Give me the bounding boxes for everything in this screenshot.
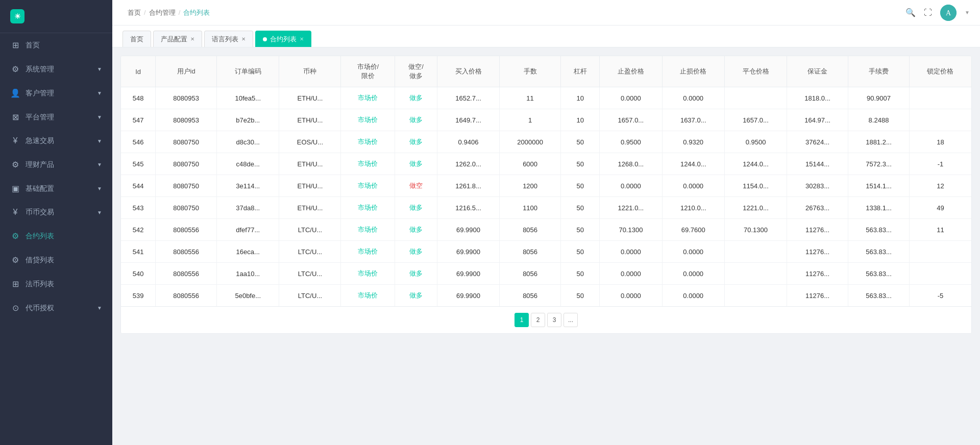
- table-cell: 市场价: [341, 87, 395, 109]
- chevron-icon-coin-trade: ▼: [97, 210, 102, 215]
- table-cell: 15144...: [787, 153, 848, 175]
- table-cell: 8056: [500, 285, 561, 307]
- sidebar-item-fiat-list[interactable]: ⊞ 法币列表: [0, 272, 112, 296]
- table-cell: 1aa10...: [217, 263, 279, 285]
- tab-product-config[interactable]: 产品配置✕: [153, 31, 202, 47]
- table-cell: EOS/U...: [279, 131, 341, 153]
- table-cell: [909, 263, 971, 285]
- table-cell: 547: [121, 109, 156, 131]
- sidebar-item-token-auth[interactable]: ⊙ 代币授权 ▼: [0, 296, 112, 320]
- table-cell: 1221.0...: [724, 197, 787, 219]
- table-cell: 164.97...: [787, 109, 848, 131]
- table-row[interactable]: 5428080556dfef77...LTC/U...市场价做多69.99008…: [121, 219, 971, 241]
- table-row[interactable]: 541808055616eca...LTC/U...市场价做多69.990080…: [121, 241, 971, 263]
- pagination: 1 2 3 ...: [121, 306, 971, 333]
- sidebar-item-fast-trade[interactable]: ¥ 急速交易 ▼: [0, 129, 112, 153]
- table-cell: 0.9320: [662, 131, 724, 153]
- table-cell: 1881.2...: [848, 131, 910, 153]
- sidebar-logo[interactable]: ☀: [0, 0, 112, 33]
- table-cell: [724, 241, 787, 263]
- table-row[interactable]: 543808075037da8...ETH/U...市场价做多1216.5...…: [121, 197, 971, 219]
- table-cell: 1262.0...: [437, 153, 499, 175]
- table-cell: 0.9500: [600, 131, 662, 153]
- table-cell: 10: [561, 87, 600, 109]
- chevron-icon-customer: ▼: [97, 90, 102, 96]
- table-cell: 3e114...: [217, 175, 279, 197]
- table-cell: 50: [561, 153, 600, 175]
- table-cell: 69.9900: [437, 241, 499, 263]
- breadcrumb-home[interactable]: 首页: [128, 8, 141, 17]
- table-cell: 1514.1...: [848, 175, 910, 197]
- table-cell: 69.9900: [437, 263, 499, 285]
- sidebar-item-home[interactable]: ⊞ 首页: [0, 33, 112, 57]
- table-cell: 1657.0...: [724, 109, 787, 131]
- sidebar-item-platform[interactable]: ⊠ 平台管理 ▼: [0, 105, 112, 129]
- table-cell: 50: [561, 197, 600, 219]
- sidebar-item-customer[interactable]: 👤 客户管理 ▼: [0, 81, 112, 105]
- tab-label-language-list: 语言列表: [212, 35, 238, 44]
- table-row[interactable]: 54080805561aa10...LTC/U...市场价做多69.990080…: [121, 263, 971, 285]
- sidebar-item-financial[interactable]: ⚙ 理财产品 ▼: [0, 153, 112, 177]
- page-btn-ellipsis[interactable]: ...: [564, 313, 578, 327]
- avatar[interactable]: [940, 5, 957, 21]
- page-btn-1[interactable]: 1: [514, 313, 529, 327]
- table-cell: [724, 87, 787, 109]
- table-row[interactable]: 548808095310fea5...ETH/U...市场价做多1652.7..…: [121, 87, 971, 109]
- tab-bar: 首页产品配置✕语言列表✕合约列表✕: [112, 26, 980, 47]
- table-cell: 548: [121, 87, 156, 109]
- col-header: 做空/做多: [395, 56, 437, 87]
- search-icon[interactable]: 🔍: [905, 8, 916, 17]
- table-cell: LTC/U...: [279, 285, 341, 307]
- table-cell: -1: [909, 153, 971, 175]
- sidebar-item-loan-list[interactable]: ⚙ 借贷列表: [0, 248, 112, 272]
- tab-label-product-config: 产品配置: [161, 35, 187, 44]
- sidebar-label-financial: 理财产品: [26, 160, 54, 169]
- tab-close-language-list[interactable]: ✕: [241, 36, 246, 42]
- table-cell: 1210.0...: [662, 197, 724, 219]
- table-row[interactable]: 5478080953b7e2b...ETH/U...市场价做多1649.7...…: [121, 109, 971, 131]
- table-row[interactable]: 53980805565e0bfe...LTC/U...市场价做多69.99008…: [121, 285, 971, 307]
- table-cell: LTC/U...: [279, 219, 341, 241]
- page-btn-3[interactable]: 3: [547, 313, 561, 327]
- table-cell: 49: [909, 197, 971, 219]
- table-cell: 做多: [395, 87, 437, 109]
- tab-home[interactable]: 首页: [122, 31, 151, 47]
- col-header: 订单编码: [217, 56, 279, 87]
- breadcrumb-contract-management[interactable]: 合约管理: [149, 8, 176, 17]
- table-cell: 12: [909, 175, 971, 197]
- tab-language-list[interactable]: 语言列表✕: [204, 31, 253, 47]
- table-row[interactable]: 5458080750c48de...ETH/U...市场价做多1262.0...…: [121, 153, 971, 175]
- table-cell: 0.0000: [600, 285, 662, 307]
- table-cell: 18: [909, 131, 971, 153]
- table-cell: [724, 285, 787, 307]
- chevron-icon-system: ▼: [97, 66, 102, 72]
- table-cell: c48de...: [217, 153, 279, 175]
- tab-close-product-config[interactable]: ✕: [190, 36, 194, 42]
- table-row[interactable]: 5468080750d8c30...EOS/U...市场价做多0.9406200…: [121, 131, 971, 153]
- table-cell: 市场价: [341, 285, 395, 307]
- table-cell: 8080556: [156, 241, 217, 263]
- tab-close-contract-list[interactable]: ✕: [300, 36, 304, 42]
- fullscreen-icon[interactable]: ⛶: [924, 8, 932, 17]
- sidebar-item-system[interactable]: ⚙ 系统管理 ▼: [0, 57, 112, 81]
- tab-contract-list[interactable]: 合约列表✕: [255, 31, 311, 47]
- table-row[interactable]: 54480807503e114...ETH/U...市场价做空1261.8...…: [121, 175, 971, 197]
- page-btn-2[interactable]: 2: [531, 313, 545, 327]
- sidebar-item-basic-config[interactable]: ▣ 基础配置 ▼: [0, 177, 112, 201]
- table-cell: 0.9406: [437, 131, 499, 153]
- table-cell: 做多: [395, 219, 437, 241]
- chevron-icon-basic-config: ▼: [97, 186, 102, 191]
- col-header: 止盈价格: [600, 56, 662, 87]
- table-cell: 10: [561, 109, 600, 131]
- avatar-dropdown-icon[interactable]: ▼: [965, 10, 970, 15]
- tab-label-contract-list: 合约列表: [270, 35, 297, 44]
- header: 首页 / 合约管理 / 合约列表 🔍 ⛶ ▼: [112, 0, 980, 26]
- table-cell: LTC/U...: [279, 263, 341, 285]
- table-cell: 563.83...: [848, 241, 910, 263]
- table-cell: 做多: [395, 109, 437, 131]
- table-cell: 0.0000: [662, 175, 724, 197]
- table-cell: 50: [561, 219, 600, 241]
- sidebar-item-coin-trade[interactable]: ¥ 币币交易 ▼: [0, 201, 112, 224]
- sidebar-item-contract-list[interactable]: ⚙ 合约列表: [0, 224, 112, 248]
- table-cell: ETH/U...: [279, 197, 341, 219]
